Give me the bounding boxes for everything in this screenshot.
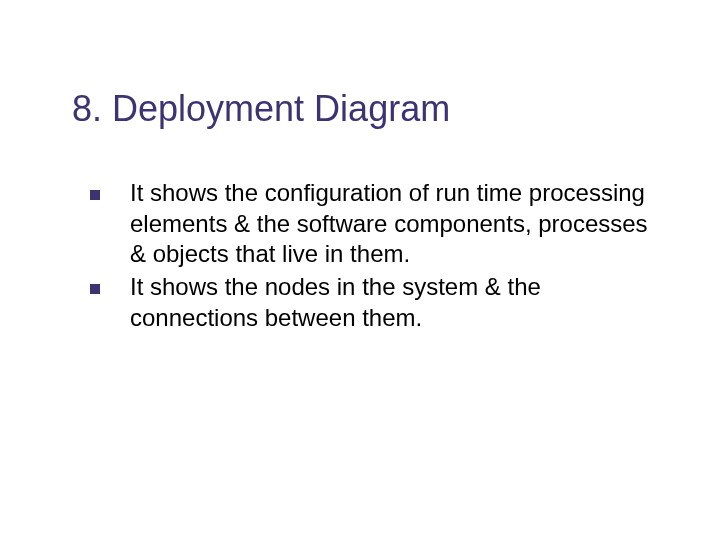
list-item-text: It shows the configuration of run time p… bbox=[130, 178, 650, 270]
list-item-text: It shows the nodes in the system & the c… bbox=[130, 272, 650, 333]
list-item: It shows the nodes in the system & the c… bbox=[90, 272, 650, 333]
square-bullet-icon bbox=[90, 190, 100, 200]
slide-body: It shows the configuration of run time p… bbox=[90, 178, 650, 336]
list-item: It shows the configuration of run time p… bbox=[90, 178, 650, 270]
slide-title: 8. Deployment Diagram bbox=[72, 88, 450, 130]
square-bullet-icon bbox=[90, 284, 100, 294]
slide: 8. Deployment Diagram It shows the confi… bbox=[0, 0, 720, 540]
